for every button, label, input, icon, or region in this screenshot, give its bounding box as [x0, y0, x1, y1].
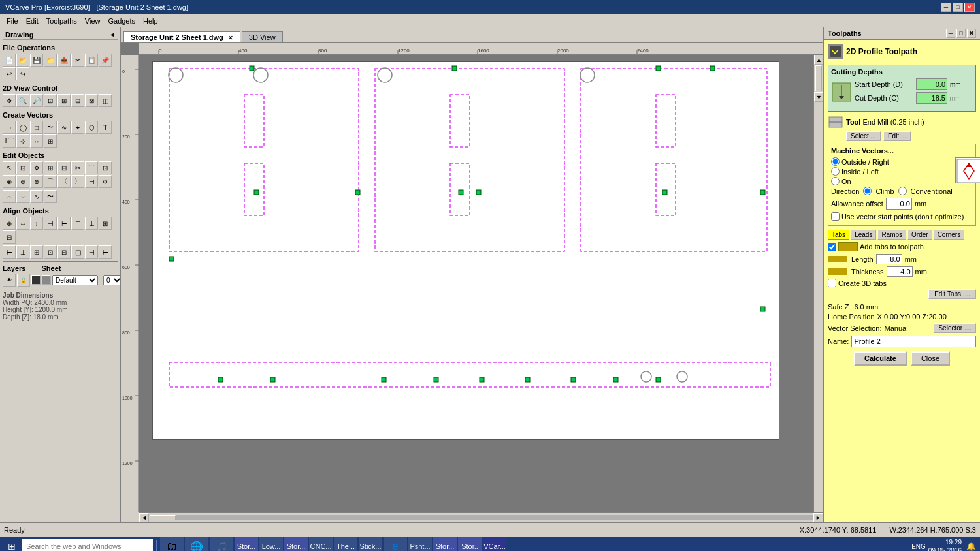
tab-close-sheet1[interactable]: ✕ — [228, 35, 233, 41]
use-vector-start-checkbox[interactable] — [831, 212, 840, 221]
group-button[interactable]: ⊞ — [44, 161, 57, 174]
align-center-button[interactable]: ⊕ — [3, 217, 16, 230]
save-as-button[interactable]: 📁 — [44, 54, 57, 67]
move-button[interactable]: ✥ — [30, 161, 43, 174]
zoom-fit-button[interactable]: ⊡ — [44, 94, 57, 107]
taskbar-search-input[interactable] — [22, 539, 153, 551]
ellipse-button[interactable]: ◯ — [16, 121, 29, 134]
distribute-v-button[interactable]: ⊟ — [3, 230, 16, 244]
on-radio[interactable] — [831, 177, 840, 185]
align-left-button[interactable]: ⊣ — [44, 217, 57, 230]
taskbar-app-cnc[interactable]: CNC... — [309, 537, 333, 551]
open-file-button[interactable]: 📂 — [16, 54, 29, 67]
vertical-scrollbar[interactable]: ▲ ▼ — [813, 55, 823, 512]
taskbar-app-ps[interactable]: Psnt... — [408, 537, 432, 551]
paste-button[interactable]: 📌 — [99, 54, 112, 67]
space-h-button[interactable]: ⊢ — [3, 245, 16, 259]
horizontal-scrollbar[interactable]: ◄ ► — [139, 512, 823, 522]
scroll-v-track[interactable] — [815, 65, 822, 91]
zoom-box-button[interactable]: ⊞ — [57, 94, 71, 107]
layer-visible-icon[interactable]: 👁 — [3, 274, 16, 287]
node-edit-button[interactable]: ⊡ — [16, 161, 29, 174]
minimize-button[interactable]: ─ — [941, 3, 951, 12]
tabs-nav-tabs[interactable]: Tabs — [828, 230, 849, 240]
align-h-button[interactable]: ↔ — [16, 217, 29, 230]
bend-button[interactable]: ⌒ — [44, 175, 57, 188]
viewport[interactable]: 0 400 800 1200 1600 2000 2400 — [121, 43, 823, 522]
outside-right-radio[interactable] — [831, 157, 840, 166]
rotate-button[interactable]: ↺ — [99, 175, 112, 188]
subtract-button[interactable]: ⊖ — [16, 175, 29, 188]
menu-help[interactable]: Help — [139, 16, 162, 26]
taskbar-app-stor3[interactable]: Stor... — [433, 537, 457, 551]
close-button[interactable]: ✕ — [964, 3, 975, 12]
trim-button[interactable]: ✂ — [71, 161, 84, 174]
layer-color-box[interactable] — [31, 276, 41, 285]
star-button[interactable]: ✦ — [71, 121, 84, 134]
taskbar-app-browser[interactable]: 🌐 — [185, 537, 208, 551]
conventional-radio[interactable] — [898, 187, 907, 195]
tabs-nav-order[interactable]: Order — [907, 230, 932, 240]
tab-3dview[interactable]: 3D View — [242, 31, 283, 42]
align-btn-4[interactable]: ◫ — [71, 245, 84, 259]
menu-view[interactable]: View — [81, 16, 105, 26]
align-v-button[interactable]: ↕ — [30, 217, 43, 230]
maximize-button[interactable]: □ — [953, 3, 963, 12]
tabs-nav-ramps[interactable]: Ramps — [877, 230, 906, 240]
start-depth-input[interactable] — [916, 78, 947, 90]
edit-tabs-button[interactable]: Edit Tabs .... — [928, 289, 976, 299]
node-button[interactable]: ⊹ — [16, 134, 29, 148]
arc-button[interactable]: ⌢ — [3, 190, 16, 203]
menu-file[interactable]: File — [3, 16, 22, 26]
rectangle-button[interactable]: □ — [30, 121, 43, 134]
taskbar-app-music[interactable]: 🎵 — [210, 537, 233, 551]
arc2-button[interactable]: ⌣ — [16, 190, 29, 203]
align-top-button[interactable]: ⊤ — [71, 217, 84, 230]
align-btn-6[interactable]: ⊢ — [99, 245, 112, 259]
weld-button[interactable]: ⊗ — [3, 175, 16, 188]
polygon-button[interactable]: ⬡ — [85, 121, 98, 134]
drawing-collapse-arrow[interactable]: ◄ — [109, 31, 115, 38]
smooth-button[interactable]: 〜 — [44, 190, 57, 203]
align-btn-3[interactable]: ⊟ — [57, 245, 71, 259]
tp-minimize-btn[interactable]: ─ — [946, 29, 955, 38]
name-input[interactable] — [851, 336, 976, 347]
layer-select[interactable]: Default — [52, 276, 98, 285]
import-button[interactable]: 📥 — [57, 54, 71, 67]
table-button[interactable]: ⊞ — [44, 134, 57, 148]
scroll-h-track[interactable] — [150, 515, 813, 520]
allowance-input[interactable] — [886, 198, 912, 210]
close-button[interactable]: Close — [911, 351, 950, 366]
tabs-nav-leads[interactable]: Leads — [851, 230, 876, 240]
redo-button[interactable]: ↪ — [16, 67, 29, 80]
menu-gadgets[interactable]: Gadgets — [104, 16, 139, 26]
offset-button[interactable]: ⊡ — [99, 161, 112, 174]
squiggle-button[interactable]: 〜 — [44, 121, 57, 134]
taskbar-app-stick[interactable]: Stick... — [359, 537, 382, 551]
circle-button[interactable]: ○ — [3, 121, 16, 134]
taskbar-app-files[interactable]: 🗂 — [160, 537, 184, 551]
taskbar-app-vcarve[interactable]: VCar... — [483, 537, 506, 551]
curve-button[interactable]: ∿ — [30, 190, 43, 203]
cut-button[interactable]: ✂ — [71, 54, 84, 67]
align-bottom-button[interactable]: ⊥ — [85, 217, 98, 230]
edit-btn-2[interactable]: 〉 — [71, 175, 84, 188]
tp-close-btn[interactable]: ✕ — [967, 29, 976, 38]
layer-lock-icon[interactable]: 🔒 — [17, 274, 30, 287]
scroll-right-button[interactable]: ► — [813, 513, 823, 523]
tabs-thickness-input[interactable] — [887, 266, 913, 277]
menu-toolpaths[interactable]: Toolpaths — [42, 16, 81, 26]
copy-button[interactable]: 📋 — [85, 54, 98, 67]
tabs-length-input[interactable] — [876, 254, 902, 264]
sheet-select[interactable]: 0 — [103, 276, 121, 285]
scroll-left-button[interactable]: ◄ — [139, 513, 149, 523]
text-arc-button[interactable]: T⌒ — [3, 134, 16, 148]
intersect-button[interactable]: ⊕ — [30, 175, 43, 188]
align-right-button[interactable]: ⊢ — [57, 217, 71, 230]
space-v-button[interactable]: ⊥ — [16, 245, 29, 259]
zoom-in-button[interactable]: 🔍 — [16, 94, 29, 107]
notification-button[interactable]: 🔔 — [964, 540, 977, 551]
create-3d-checkbox[interactable] — [828, 279, 836, 287]
select-tool-button[interactable]: Select ... — [846, 131, 881, 141]
select-button[interactable]: ↖ — [3, 161, 16, 174]
